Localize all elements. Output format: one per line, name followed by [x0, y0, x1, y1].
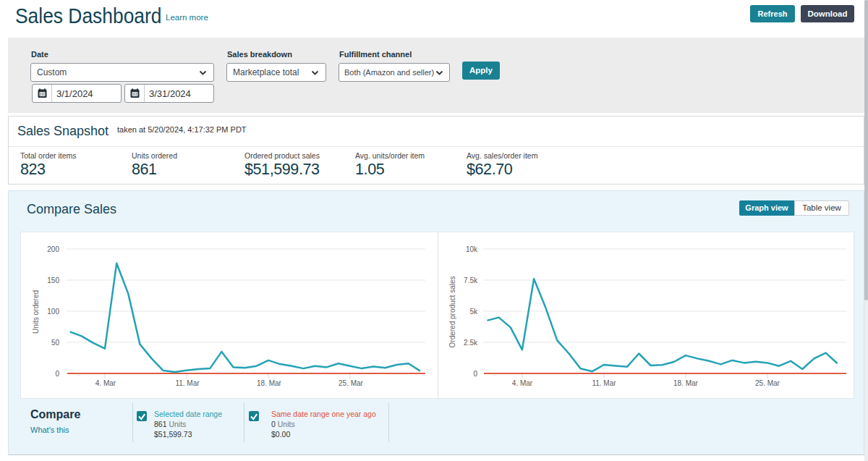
svg-text:Ordered product sales: Ordered product sales: [448, 276, 456, 348]
svg-text:200: 200: [47, 245, 59, 253]
svg-text:50: 50: [51, 339, 60, 347]
svg-text:7.5k: 7.5k: [464, 276, 478, 284]
svg-text:5k: 5k: [469, 308, 478, 316]
svg-text:18. Mar: 18. Mar: [257, 379, 282, 387]
svg-text:0: 0: [473, 370, 477, 378]
svg-text:18. Mar: 18. Mar: [673, 379, 699, 387]
svg-text:150: 150: [47, 276, 59, 284]
svg-text:4. Mar: 4. Mar: [512, 379, 533, 387]
svg-text:10k: 10k: [466, 245, 478, 253]
svg-text:4. Mar: 4. Mar: [95, 379, 116, 387]
svg-text:Units ordered: Units ordered: [32, 290, 40, 334]
svg-text:0: 0: [55, 370, 59, 378]
svg-text:25. Mar: 25. Mar: [339, 379, 364, 387]
svg-text:2.5k: 2.5k: [464, 339, 478, 347]
svg-text:100: 100: [47, 308, 59, 316]
svg-text:11. Mar: 11. Mar: [592, 379, 616, 387]
svg-text:11. Mar: 11. Mar: [175, 379, 200, 387]
svg-text:25. Mar: 25. Mar: [755, 379, 780, 387]
